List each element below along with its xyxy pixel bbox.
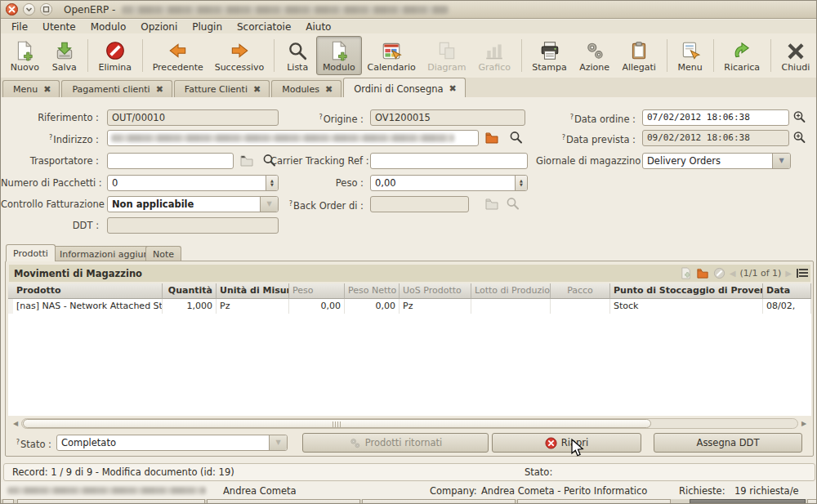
search-record-icon[interactable]	[509, 131, 524, 144]
dropdown-arrow-icon[interactable]: ▼	[772, 154, 790, 168]
toolbar-allegati-button[interactable]: Allegati	[616, 36, 663, 75]
toolbar-nuovo-button[interactable]: Nuovo	[4, 36, 46, 75]
close-x-icon	[785, 40, 806, 61]
toolbar-calendario-button[interactable]: Calendario	[362, 36, 422, 75]
cell-punto-di-stoccaggio[interactable]: Stock	[610, 299, 763, 314]
column-header-peso[interactable]: Peso	[289, 283, 345, 299]
tab-close-icon[interactable]: ✖	[156, 84, 163, 95]
column-header-data[interactable]: Data	[763, 283, 811, 299]
indirizzo-field[interactable]	[107, 130, 479, 146]
taskbar-item[interactable]	[207, 499, 360, 504]
notebook-tab-prodotti[interactable]: Prodotti	[6, 244, 56, 261]
numero-pacchetti-spinner[interactable]: 0 ▲▼	[107, 175, 279, 191]
toolbar-modulo-button[interactable]: Modulo	[316, 36, 361, 75]
assegna-ddt-button[interactable]: Assegna DDT	[654, 433, 802, 453]
cell-unita-di-misura[interactable]: Pz	[217, 299, 289, 314]
menu-opzioni[interactable]: Opzioni	[133, 20, 185, 33]
toolbar-successivo-button[interactable]: Successivo	[209, 36, 270, 75]
toolbar-elimina-button[interactable]: Elimina	[92, 36, 138, 75]
cell-lotto-di-produzione[interactable]	[471, 299, 551, 314]
tab-fatture-clienti[interactable]: Fatture Clienti ✖	[174, 80, 270, 97]
column-header-prodotto[interactable]: Prodotto	[13, 283, 163, 299]
taskbar-item[interactable]	[17, 499, 205, 504]
tab-close-icon[interactable]: ✖	[325, 84, 333, 95]
cell-prodotto[interactable]: [nas] NAS - Network Attached Storage	[13, 299, 163, 314]
statusbar: Record: 1 / 9 di 9 - Modifica documento …	[3, 463, 815, 481]
peso-spinner[interactable]: 0,00 ▲▼	[370, 175, 528, 191]
column-header-pacco[interactable]: Pacco	[551, 283, 610, 299]
menu-aiuto[interactable]: Aiuto	[298, 20, 338, 33]
scroll-right-icon[interactable]: ▶	[798, 420, 810, 427]
window-maximize-button[interactable]	[40, 3, 52, 16]
date-zoom-icon[interactable]	[792, 131, 807, 144]
prodotti-ritornati-button[interactable]: Prodotti ritornati	[302, 433, 489, 453]
column-header-punto-di-stoccaggio[interactable]: Punto di Stoccaggio di Provenienza	[610, 283, 763, 299]
toolbar-menu-button[interactable]: Menu	[672, 36, 709, 75]
toolbar-azione-button[interactable]: Azione	[573, 36, 615, 75]
toolbar-separator	[521, 39, 522, 72]
tab-close-icon[interactable]: ✖	[43, 84, 51, 95]
taskbar-item[interactable]	[807, 499, 817, 504]
taskbar-item[interactable]	[362, 499, 516, 504]
date-zoom-icon[interactable]	[792, 110, 807, 123]
menu-modulo[interactable]: Modulo	[83, 20, 134, 33]
column-header-lotto-di-produzione[interactable]: Lotto di Produzione	[471, 283, 551, 299]
notebook-tab-note[interactable]: Note	[145, 246, 181, 261]
back-order-label: ?Back Order di :	[270, 196, 364, 212]
toolbar-stampa-button[interactable]: Stampa	[526, 36, 574, 75]
scrollbar-thumb[interactable]	[23, 419, 651, 428]
taskbar-item[interactable]	[517, 499, 671, 504]
cell-data[interactable]: 08/02,	[763, 299, 811, 314]
trasportatore-field[interactable]	[107, 153, 234, 169]
scroll-left-icon[interactable]: ◀	[10, 420, 21, 427]
stock-moves-list: Prodotto Quantità Unità di Misura Peso P…	[8, 283, 811, 416]
tab-ordini-di-consegna[interactable]: Ordini di Consegna ✖	[343, 78, 466, 97]
cell-quantita[interactable]: 1,000	[163, 299, 217, 314]
switch-view-icon[interactable]	[796, 266, 809, 279]
data-ordine-field[interactable]: 07/02/2012 18:06:38	[642, 109, 789, 126]
window-minimize-button[interactable]	[23, 3, 35, 16]
new-document-icon	[14, 40, 35, 61]
tab-modules[interactable]: Modules ✖	[271, 80, 342, 97]
taskbar-item-active[interactable]	[690, 499, 806, 504]
column-header-unita-di-misura[interactable]: Unità di Misura	[217, 283, 289, 299]
form-view-icon	[328, 40, 350, 61]
column-header-quantita[interactable]: Quantità	[163, 283, 217, 299]
column-header-peso-netto[interactable]: Peso Netto	[345, 283, 400, 299]
horizontal-scrollbar[interactable]: ◀ ▶	[10, 417, 810, 430]
tab-menu[interactable]: Menu ✖	[2, 80, 60, 97]
scrollbar-track[interactable]	[21, 418, 798, 429]
window-close-button[interactable]	[6, 3, 18, 16]
cell-peso-netto[interactable]: 0,00	[345, 299, 400, 314]
menu-plugin[interactable]: Plugin	[185, 20, 230, 33]
riapri-button[interactable]: Riapri	[492, 433, 641, 453]
toolbar-ricarica-button[interactable]: Ricarica	[718, 36, 766, 75]
giornale-dropdown[interactable]: Delivery Orders ▼	[642, 153, 791, 169]
tab-close-icon[interactable]: ✖	[253, 84, 261, 95]
gears-icon-disabled	[349, 437, 361, 449]
print-icon	[539, 40, 560, 61]
toolbar-chiudi-button[interactable]: Chiudi	[775, 36, 816, 75]
menu-utente[interactable]: Utente	[35, 20, 83, 33]
cell-uos-prodotto[interactable]: Pz	[400, 299, 471, 314]
spinner-arrows-icon[interactable]: ▲▼	[515, 176, 527, 190]
user-name-text: Andrea Cometa	[223, 485, 297, 497]
menu-scorciatoie[interactable]: Scorciatoie	[230, 20, 298, 33]
controllo-fatturazione-dropdown: Non applicabile ▼	[107, 196, 279, 212]
open-row-folder-icon[interactable]	[696, 267, 709, 279]
tab-pagamenti-clienti[interactable]: Pagamenti clienti ✖	[61, 80, 172, 97]
blurred-title-text	[122, 6, 449, 14]
cell-peso[interactable]: 0,00	[289, 299, 345, 314]
open-record-folder-icon[interactable]	[484, 131, 499, 144]
toolbar-lista-button[interactable]: Lista	[279, 36, 316, 75]
tab-close-icon[interactable]: ✖	[449, 83, 457, 94]
data-prevista-field: 09/02/2012 18:06:38	[642, 130, 789, 146]
riferimento-field: OUT/00010	[107, 109, 279, 126]
cell-pacco[interactable]	[551, 299, 610, 314]
carrier-ref-field[interactable]	[370, 153, 528, 169]
column-header-uos-prodotto[interactable]: UoS Prodotto	[400, 283, 471, 299]
menu-file[interactable]: File	[4, 20, 35, 33]
toolbar-salva-button[interactable]: Salva	[46, 36, 83, 75]
taskbar-item[interactable]	[2, 499, 14, 504]
toolbar-precedente-button[interactable]: Precedente	[147, 36, 209, 75]
